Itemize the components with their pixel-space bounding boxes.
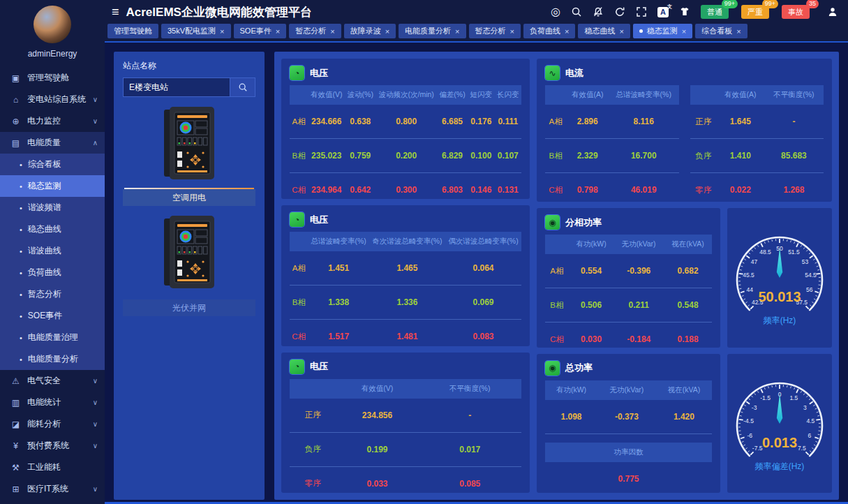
panel-title-text: 电压	[310, 214, 328, 226]
sidebar-item[interactable]: ▣管理驾驶舱	[0, 67, 105, 89]
sidebar-subitem[interactable]: •负荷曲线	[0, 262, 105, 283]
alarm-badge-fault[interactable]: 事故35	[782, 5, 810, 19]
bullet-icon: •	[20, 290, 22, 299]
gauge-tick-label: 45.5	[743, 272, 754, 279]
tab-稳态曲线[interactable]: 稳态曲线×	[578, 24, 630, 38]
column-header: 有效值(V)	[308, 85, 345, 105]
sidebar-item[interactable]: ▥电能统计∨	[0, 392, 105, 413]
sidebar-item[interactable]: ⊞医疗IT系统∨	[0, 478, 105, 500]
alarm-badge-severe[interactable]: 严重99+	[741, 5, 769, 19]
chevron-down-icon: ∨	[93, 117, 98, 125]
sidebar-subitem[interactable]: •综合看板	[0, 154, 105, 175]
bullet-icon: •	[20, 225, 22, 234]
sidebar-item[interactable]: ⊕电力监控∨	[0, 110, 105, 132]
translate-icon[interactable]: A文	[657, 7, 669, 17]
gauge-tick-label: -1.5	[760, 394, 771, 401]
close-icon[interactable]: ×	[510, 27, 514, 36]
active-dot-icon	[639, 29, 643, 33]
tab-稳态监测[interactable]: 稳态监测×	[633, 24, 692, 38]
cell-value: -0.373	[597, 400, 656, 434]
close-icon[interactable]: ×	[385, 27, 389, 36]
panel-title: ◔电压	[290, 66, 521, 80]
station-search	[123, 77, 255, 97]
cell-value: 0.111	[495, 105, 521, 139]
tab-35kV配电监测[interactable]: 35kV配电监测×	[161, 24, 231, 38]
close-icon[interactable]: ×	[330, 27, 334, 36]
sidebar-subitem[interactable]: •谐波频谱	[0, 197, 105, 218]
device-list: 空调用电光伏并网	[123, 97, 255, 316]
sidebar-item[interactable]: ⚠电气安全∨	[0, 370, 105, 392]
notification-muted-icon[interactable]	[593, 6, 604, 17]
column-header: 不平衡度(%)	[764, 85, 824, 105]
gauge-tick-label: -4.5	[743, 417, 754, 424]
sidebar-subitem[interactable]: •暂态分析	[0, 283, 105, 305]
tab-电能质量分析[interactable]: 电能质量分析×	[399, 24, 466, 38]
alarm-badge-normal[interactable]: 普通99+	[701, 5, 729, 19]
sidebar-subitem[interactable]: •谐波曲线	[0, 240, 105, 262]
meter-icon: ◉	[545, 215, 560, 230]
avatar[interactable]	[34, 6, 71, 43]
sidebar-subitem[interactable]: •稳态监测	[0, 175, 105, 197]
sidebar-item[interactable]: ▤电能质量∧	[0, 132, 105, 154]
panel-title: ◉分相功率	[545, 215, 712, 230]
tab-故障录波[interactable]: 故障录波×	[344, 24, 396, 38]
tab-综合看板[interactable]: 综合看板×	[695, 24, 747, 38]
sidebar-item[interactable]: ◪能耗分析∨	[0, 413, 105, 435]
close-icon[interactable]: ×	[736, 27, 741, 36]
menu-toggle-icon[interactable]: ≡	[112, 6, 119, 18]
gauge-icon: ◔	[290, 66, 304, 80]
refresh-icon[interactable]	[614, 6, 625, 17]
user-icon[interactable]	[827, 6, 838, 17]
device-label[interactable]: 光伏并网	[123, 299, 255, 316]
theme-icon[interactable]	[679, 6, 690, 17]
tab-label: 电能质量分析	[405, 26, 451, 36]
device-card[interactable]: 空调用电	[123, 105, 255, 206]
panel-voltage-sequence: ◔电压有效值(V)不平衡度(%)正序234.856-负序0.1990.017零序…	[281, 353, 530, 493]
safety-icon: ⚠	[10, 376, 21, 386]
sidebar-subitem[interactable]: •电能质量治理	[0, 327, 105, 348]
page-title: AcrelEMS企业微电网能效管理平台	[126, 4, 312, 20]
panel-tables: 总谐波畸变率(%)奇次谐波总畸变率(%)偶次谐波总畸变率(%)A相1.4511.…	[290, 232, 521, 346]
close-icon[interactable]: ×	[682, 27, 686, 36]
sidebar-item[interactable]: ⚒工业能耗	[0, 457, 105, 478]
search-icon[interactable]	[571, 6, 582, 17]
close-icon[interactable]: ×	[220, 27, 224, 36]
tab-管理驾驶舱[interactable]: 管理驾驶舱	[107, 24, 158, 38]
cell-value: 1.410	[717, 139, 764, 173]
gauge-tick-label: 54.5	[805, 272, 817, 279]
fullscreen-icon[interactable]	[636, 6, 647, 17]
gauge-frequency-deviation: -7.5-6-4.5-3-1.501.534.567.50.013频率偏差(Hz…	[727, 354, 832, 493]
cell-value: 8.116	[609, 105, 679, 139]
row-label: 负序	[690, 139, 717, 173]
close-icon[interactable]: ×	[565, 27, 569, 36]
device-card[interactable]: 光伏并网	[123, 214, 255, 316]
sidebar-subitem-label: 电能质量分析	[28, 353, 78, 365]
sidebar-subitem[interactable]: •电能质量分析	[0, 348, 105, 370]
aim-icon[interactable]: ◎	[551, 6, 560, 17]
sidebar-subitem[interactable]: •稳态曲线	[0, 218, 105, 240]
tab-负荷曲线[interactable]: 负荷曲线×	[523, 24, 575, 38]
column-header: 波动频次(次/min)	[375, 85, 436, 105]
close-icon[interactable]: ×	[455, 27, 459, 36]
sidebar-subitem[interactable]: •SOE事件	[0, 305, 105, 327]
cell-value: 46.019	[609, 173, 679, 202]
sidebar-item[interactable]: ⌂变电站综自系统∨	[0, 89, 105, 110]
tab-SOE事件[interactable]: SOE事件×	[234, 24, 287, 38]
tab-label: 综合看板	[701, 26, 732, 36]
device-label[interactable]: 空调用电	[123, 189, 255, 206]
tab-暂态分析[interactable]: 暂态分析×	[469, 24, 521, 38]
tab-暂态分析[interactable]: 暂态分析×	[289, 24, 341, 38]
sidebar-item-label: 能耗分析	[27, 418, 61, 430]
close-icon[interactable]: ×	[619, 27, 623, 36]
close-icon[interactable]: ×	[276, 27, 280, 36]
station-search-input[interactable]	[123, 77, 230, 97]
sidebar-item[interactable]: ¥预付费系统∨	[0, 435, 105, 457]
column-header: 有功(kW)	[569, 235, 613, 254]
sidebar-item[interactable]: ◫设备监测∨	[0, 500, 105, 504]
cell-value: 0.199	[336, 432, 418, 466]
cell-value: 235.023	[308, 139, 345, 173]
gauge-tick-label: 6	[808, 432, 811, 439]
sidebar-item-label: 电力监控	[27, 115, 61, 127]
search-button[interactable]	[230, 77, 255, 97]
sidebar-item-label: 电能质量	[27, 137, 61, 149]
